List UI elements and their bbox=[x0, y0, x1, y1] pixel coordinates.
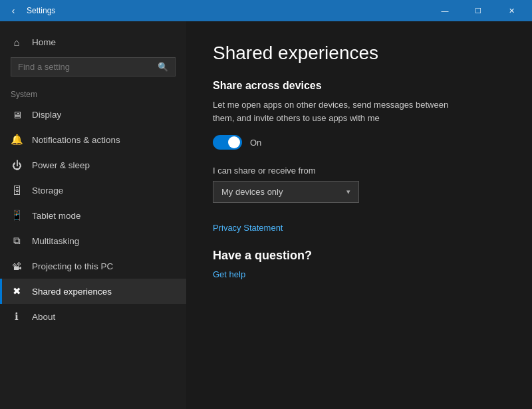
titlebar-title: Settings bbox=[27, 6, 55, 15]
projecting-icon: 📽 bbox=[11, 260, 23, 272]
sidebar-item-label-power: Power & sleep bbox=[32, 160, 90, 170]
sidebar-item-display[interactable]: 🖥Display bbox=[0, 102, 186, 127]
power-icon: ⏻ bbox=[11, 159, 23, 171]
notifications-icon: 🔔 bbox=[11, 134, 23, 146]
sidebar-item-projecting[interactable]: 📽Projecting to this PC bbox=[0, 253, 186, 279]
have-a-question-title: Have a question? bbox=[213, 249, 505, 263]
page-title: Shared experiences bbox=[213, 43, 505, 64]
sidebar-item-shared[interactable]: ✖Shared experiences bbox=[0, 279, 186, 304]
share-section-title: Share across devices bbox=[213, 80, 505, 92]
minimize-button[interactable]: — bbox=[430, 0, 460, 21]
sidebar-item-label-storage: Storage bbox=[32, 186, 63, 196]
search-container: 🔍 bbox=[0, 55, 186, 84]
toggle-label: On bbox=[250, 138, 261, 148]
search-input[interactable] bbox=[18, 62, 152, 72]
sidebar-item-power[interactable]: ⏻Power & sleep bbox=[0, 152, 186, 178]
about-icon: ℹ bbox=[11, 311, 23, 323]
back-button[interactable]: ‹ bbox=[5, 3, 21, 19]
on-off-toggle[interactable] bbox=[213, 135, 242, 150]
dropdown-label: I can share or receive from bbox=[213, 166, 505, 176]
nav-items: 🖥Display🔔Notifications & actions⏻Power &… bbox=[0, 102, 186, 329]
share-description: Let me open apps on other devices, send … bbox=[213, 98, 466, 124]
sidebar-item-label-tablet: Tablet mode bbox=[32, 211, 81, 221]
maximize-button[interactable]: ☐ bbox=[463, 0, 493, 21]
close-button[interactable]: ✕ bbox=[496, 0, 527, 21]
chevron-down-icon: ▾ bbox=[346, 188, 350, 196]
window-controls: — ☐ ✕ bbox=[430, 0, 527, 21]
tablet-icon: 📱 bbox=[11, 209, 23, 221]
sidebar-item-label-shared: Shared experiences bbox=[32, 287, 112, 297]
toggle-row: On bbox=[213, 135, 505, 150]
sidebar-item-notifications[interactable]: 🔔Notifications & actions bbox=[0, 127, 186, 152]
sidebar-item-home[interactable]: ⌂ Home bbox=[0, 29, 186, 55]
display-icon: 🖥 bbox=[11, 108, 23, 120]
system-section-label: System bbox=[0, 84, 186, 102]
sidebar-item-label-about: About bbox=[32, 312, 55, 322]
sidebar-item-label-notifications: Notifications & actions bbox=[32, 135, 120, 145]
toggle-knob bbox=[228, 136, 240, 148]
titlebar: ‹ Settings — ☐ ✕ bbox=[0, 0, 532, 21]
sidebar-item-tablet[interactable]: 📱Tablet mode bbox=[0, 203, 186, 228]
search-box: 🔍 bbox=[11, 57, 176, 76]
sidebar: ⌂ Home 🔍 System 🖥Display🔔Notifications &… bbox=[0, 21, 186, 409]
titlebar-left: ‹ Settings bbox=[5, 3, 55, 19]
multitasking-icon: ⧉ bbox=[11, 235, 23, 247]
home-icon: ⌂ bbox=[11, 36, 23, 48]
storage-icon: 🗄 bbox=[11, 184, 23, 196]
sidebar-item-label-multitasking: Multitasking bbox=[32, 236, 79, 246]
content-area: Shared experiences Share across devices … bbox=[186, 21, 532, 409]
privacy-statement-link[interactable]: Privacy Statement bbox=[213, 223, 283, 233]
get-help-link[interactable]: Get help bbox=[213, 269, 245, 279]
sidebar-item-label-projecting: Projecting to this PC bbox=[32, 261, 113, 271]
sidebar-item-about[interactable]: ℹAbout bbox=[0, 304, 186, 329]
dropdown-value: My devices only bbox=[221, 187, 283, 197]
sidebar-item-storage[interactable]: 🗄Storage bbox=[0, 178, 186, 203]
share-dropdown[interactable]: My devices only ▾ bbox=[213, 181, 359, 203]
home-label: Home bbox=[32, 37, 56, 47]
search-icon: 🔍 bbox=[158, 62, 168, 72]
shared-icon: ✖ bbox=[11, 285, 23, 297]
sidebar-item-multitasking[interactable]: ⧉Multitasking bbox=[0, 228, 186, 253]
app-container: ⌂ Home 🔍 System 🖥Display🔔Notifications &… bbox=[0, 21, 532, 409]
sidebar-item-label-display: Display bbox=[32, 110, 61, 120]
